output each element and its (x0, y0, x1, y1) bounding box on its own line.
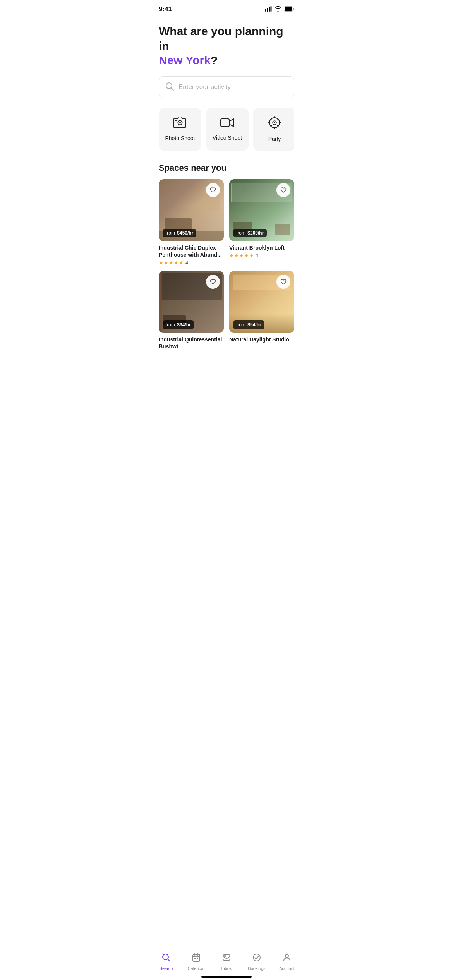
space-card-4[interactable]: from $54/hr Natural Daylight Studio (229, 271, 294, 351)
svg-point-43 (253, 954, 260, 961)
bookings-nav-icon (252, 953, 261, 965)
svg-line-7 (172, 88, 174, 90)
category-video-shoot[interactable]: Video Shoot (206, 108, 249, 151)
search-nav-icon (161, 953, 171, 965)
nav-search[interactable]: Search (154, 953, 178, 971)
search-placeholder: Enter your activity (178, 83, 231, 91)
review-count-1: 4 (185, 260, 188, 266)
review-count-2: 1 (256, 253, 259, 259)
search-icon (165, 82, 174, 92)
space-info-4: Natural Daylight Studio (229, 333, 294, 343)
svg-line-32 (168, 959, 170, 962)
svg-rect-11 (221, 119, 229, 127)
spaces-grid: from $450/hr Industrial Chic Duplex Pent… (159, 179, 294, 391)
nav-account[interactable]: Account (275, 953, 299, 971)
party-label: Party (268, 136, 281, 142)
page-heading: What are you planning in New York? (159, 24, 294, 68)
party-icon (268, 116, 281, 132)
search-bar[interactable]: Enter your activity (159, 76, 294, 98)
favorite-btn-4[interactable] (276, 275, 290, 289)
inbox-nav-label: Inbox (221, 966, 232, 971)
svg-point-18 (274, 122, 275, 123)
svg-point-9 (179, 122, 181, 123)
battery-icon (284, 6, 294, 13)
price-badge-3: from $94/hr (163, 320, 194, 329)
price-badge-2: from $200/hr (233, 229, 267, 237)
price-badge-1: from $450/hr (163, 229, 196, 237)
space-image-4: from $54/hr (229, 271, 294, 333)
signal-icon (265, 6, 272, 13)
from-text-3: from (166, 322, 175, 327)
account-nav-icon (282, 953, 292, 965)
space-info-2: Vibrant Brooklyn Loft ★★★★★ 1 (229, 241, 294, 259)
calendar-nav-label: Calendar (188, 966, 205, 971)
status-time: 9:41 (159, 5, 172, 13)
price-amount-1: $450/hr (177, 230, 193, 236)
space-info-1: Industrial Chic Duplex Penthouse with Ab… (159, 241, 224, 266)
space-name-4: Natural Daylight Studio (229, 336, 294, 343)
svg-rect-3 (271, 6, 272, 12)
svg-rect-1 (267, 8, 268, 12)
space-card-1[interactable]: from $450/hr Industrial Chic Duplex Pent… (159, 179, 224, 266)
search-nav-label: Search (160, 966, 173, 971)
space-image-3: from $94/hr (159, 271, 224, 333)
space-rating-1: ★★★★★ 4 (159, 260, 224, 266)
photo-shoot-icon (173, 117, 187, 131)
main-content: What are you planning in New York? Enter… (151, 16, 302, 390)
svg-rect-0 (265, 9, 266, 12)
nav-calendar[interactable]: Calendar (185, 953, 208, 971)
svg-point-44 (285, 954, 288, 958)
space-card-3[interactable]: from $94/hr Industrial Quintessential Bu… (159, 271, 224, 351)
bookings-nav-label: Bookings (248, 966, 265, 971)
favorite-btn-1[interactable] (206, 183, 220, 197)
space-info-3: Industrial Quintessential Bushwi (159, 333, 224, 350)
from-text-2: from (236, 230, 245, 236)
inbox-nav-icon (222, 953, 231, 965)
price-badge-4: from $54/hr (233, 320, 264, 329)
video-shoot-icon (220, 117, 235, 131)
space-name-2: Vibrant Brooklyn Loft (229, 244, 294, 251)
home-indicator (201, 976, 252, 978)
favorite-btn-3[interactable] (206, 275, 220, 289)
svg-point-6 (166, 83, 172, 89)
photo-shoot-label: Photo Shoot (165, 135, 195, 141)
svg-rect-2 (269, 7, 270, 12)
space-name-1: Industrial Chic Duplex Penthouse with Ab… (159, 244, 224, 258)
nav-inbox[interactable]: Inbox (215, 953, 238, 971)
calendar-nav-icon (192, 953, 201, 965)
svg-rect-10 (175, 120, 177, 121)
space-name-3: Industrial Quintessential Bushwi (159, 336, 224, 350)
stars-2: ★★★★★ (229, 253, 254, 259)
wifi-icon (275, 6, 281, 13)
heading-line1: What are you planning in (159, 25, 283, 52)
spaces-section-title: Spaces near you (159, 163, 294, 173)
spaces-section: Spaces near you from $450/hr (159, 163, 294, 391)
bottom-nav: Search Calendar Inbox (151, 949, 302, 980)
category-party[interactable]: Party (253, 108, 294, 151)
price-amount-3: $94/hr (177, 322, 190, 327)
from-text-1: from (166, 230, 175, 236)
status-icons (265, 6, 294, 13)
video-shoot-label: Video Shoot (213, 135, 242, 141)
svg-rect-37 (194, 958, 196, 959)
heading-section: What are you planning in New York? (159, 24, 294, 68)
price-amount-4: $54/hr (247, 322, 261, 327)
category-photo-shoot[interactable]: Photo Shoot (159, 108, 201, 151)
heading-city: New York (159, 54, 211, 67)
status-bar: 9:41 (151, 0, 302, 16)
svg-rect-33 (193, 954, 200, 961)
space-image-1: from $450/hr (159, 179, 224, 241)
account-nav-label: Account (279, 966, 295, 971)
favorite-btn-2[interactable] (276, 183, 290, 197)
heading-punctuation: ? (211, 54, 218, 67)
space-image-2: from $200/hr (229, 179, 294, 241)
svg-point-31 (163, 954, 168, 960)
svg-rect-5 (285, 7, 292, 11)
from-text-4: from (236, 322, 245, 327)
price-amount-2: $200/hr (247, 230, 264, 236)
stars-1: ★★★★★ (159, 260, 184, 266)
space-rating-2: ★★★★★ 1 (229, 253, 294, 259)
svg-rect-38 (197, 958, 198, 959)
nav-bookings[interactable]: Bookings (245, 953, 268, 971)
space-card-2[interactable]: from $200/hr Vibrant Brooklyn Loft ★★★★★… (229, 179, 294, 266)
